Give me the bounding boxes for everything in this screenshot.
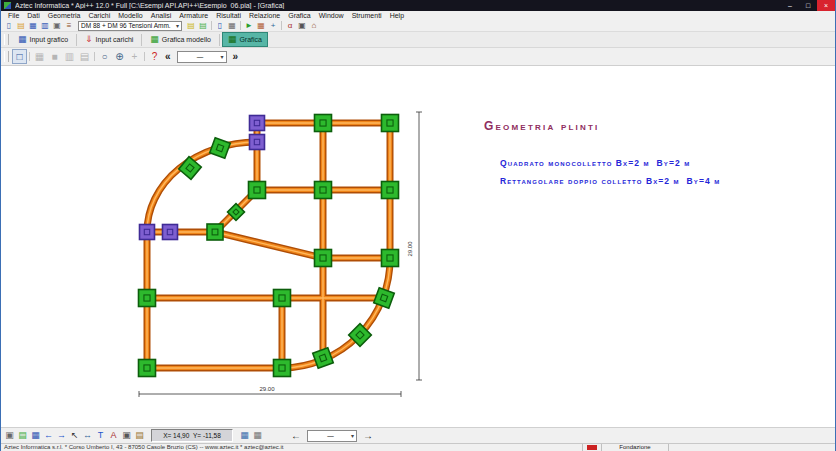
beam-segment bbox=[215, 232, 323, 258]
levels-yellow-button[interactable]: ▤ bbox=[185, 20, 197, 31]
alpha-options-button[interactable]: α bbox=[284, 20, 296, 31]
main-toolbar-left: ▯▤▦▥▣≡ bbox=[3, 20, 75, 31]
model-mesh-button[interactable]: ▦ bbox=[255, 20, 267, 31]
view-shaded-icon: ▤ bbox=[80, 52, 89, 62]
view-shaded-button: ▤ bbox=[77, 49, 92, 64]
plinth-type-2-caption: Rettangolare doppio colletto Bx=2 m By=4… bbox=[500, 176, 720, 186]
menu-item-relazione[interactable]: Relazione bbox=[245, 12, 284, 19]
application-window: Aztec Informatica * Api++ 12.0 * Full [C… bbox=[0, 0, 836, 451]
zoom-window-button[interactable]: ○ bbox=[97, 49, 112, 64]
menu-item-risultati[interactable]: Risultati bbox=[212, 12, 245, 19]
main-toolbar: ▯▤▦▥▣≡ DM 88 + DM 96 Tensioni Amm. ▾ ▤▤▯… bbox=[1, 20, 835, 32]
export-image-button[interactable]: ▤ bbox=[16, 429, 29, 442]
new-button[interactable]: ▯ bbox=[3, 20, 15, 31]
tab-grafica[interactable]: ▦Grafica bbox=[222, 32, 268, 47]
drawing-canvas[interactable]: 29.0029.00 Geometria plinti Quadrato mon… bbox=[1, 66, 835, 427]
redo-button[interactable]: → bbox=[55, 429, 68, 442]
query-button[interactable]: ? bbox=[147, 49, 162, 64]
menu-item-analisi[interactable]: Analisi bbox=[147, 12, 176, 19]
axes-button[interactable]: + bbox=[267, 20, 279, 31]
view-combo[interactable]: — ▾ bbox=[177, 51, 227, 63]
menu-item-help[interactable]: Help bbox=[386, 12, 408, 19]
print-view-button[interactable]: ▣ bbox=[3, 429, 16, 442]
font-button[interactable]: A bbox=[107, 429, 120, 442]
menu-item-file[interactable]: File bbox=[4, 12, 23, 19]
text-button[interactable]: T bbox=[94, 429, 107, 442]
measure-icon: ↔ bbox=[83, 431, 92, 440]
input-carichi-icon: ⇓ bbox=[85, 35, 93, 44]
zoom-all-button[interactable]: ⊕ bbox=[112, 49, 127, 64]
snapshot-button[interactable]: ▣ bbox=[120, 429, 133, 442]
toolbar-grip[interactable] bbox=[4, 34, 9, 45]
dimension-label-horizontal: 29.00 bbox=[259, 386, 275, 392]
tab-label: Grafica bbox=[239, 36, 262, 43]
tab-input-grafico[interactable]: ▦Input grafico bbox=[12, 32, 74, 47]
query-icon: ? bbox=[152, 52, 158, 62]
measure-button[interactable]: ↔ bbox=[81, 429, 94, 442]
menu-item-grafica[interactable]: Grafica bbox=[284, 12, 315, 19]
maximize-button[interactable]: □ bbox=[799, 0, 817, 11]
minimize-button[interactable]: – bbox=[781, 0, 799, 11]
norms-book-button[interactable]: ≡ bbox=[63, 20, 75, 31]
menu-item-carichi[interactable]: Carichi bbox=[84, 12, 114, 19]
text-icon: T bbox=[98, 431, 104, 440]
window-combo[interactable]: — ▾ bbox=[307, 430, 357, 442]
menu-item-window[interactable]: Window bbox=[315, 12, 348, 19]
plinth-green bbox=[274, 360, 291, 377]
bottom-toolbar: ▣▤▦←→↖↔TA▣▤ X= 14,90 Y= -11,58 ▦▦ ← — ▾ … bbox=[1, 427, 835, 443]
view-hidden-icon: ▥ bbox=[65, 52, 74, 62]
beam-arc bbox=[282, 258, 390, 368]
status-indicator-panel bbox=[582, 444, 601, 451]
toolbar-separator bbox=[240, 21, 241, 30]
open-button[interactable]: ▤ bbox=[15, 20, 27, 31]
data-tables-button[interactable]: ▦ bbox=[226, 20, 238, 31]
save-button[interactable]: ▦ bbox=[27, 20, 39, 31]
window-title: Aztec Informatica * Api++ 12.0 * Full [C… bbox=[15, 2, 781, 9]
view-toolbar-icons: □▦■▥▤○⊕+? bbox=[12, 49, 162, 64]
pointer-button[interactable]: ↖ bbox=[68, 429, 81, 442]
menu-item-dati[interactable]: Dati bbox=[23, 12, 43, 19]
plinth-purple bbox=[250, 116, 265, 131]
tab-input-carichi[interactable]: ⇓Input carichi bbox=[79, 32, 139, 47]
print-view-icon: ▣ bbox=[5, 431, 14, 440]
next-view-button[interactable]: » bbox=[230, 50, 242, 64]
menu-item-strumenti[interactable]: Strumenti bbox=[348, 12, 386, 19]
view-wireframe-icon: ▦ bbox=[35, 52, 44, 62]
grid-small-button[interactable]: ▦ bbox=[238, 429, 251, 442]
grid-large-button[interactable]: ▦ bbox=[251, 429, 264, 442]
plinth-green bbox=[179, 157, 202, 180]
status-bar: Aztec Informatica s.r.l. * Corso Umberto… bbox=[1, 443, 835, 451]
previous-view-button[interactable]: « bbox=[162, 50, 174, 64]
input-grafico-icon: ▦ bbox=[18, 35, 27, 44]
levels-green-button[interactable]: ▤ bbox=[197, 20, 209, 31]
undo-button[interactable]: ← bbox=[42, 429, 55, 442]
notes-button[interactable]: ▤ bbox=[133, 429, 146, 442]
plinth-purple bbox=[250, 135, 265, 150]
previous-window-button[interactable]: ← bbox=[288, 429, 304, 443]
run-analysis-button[interactable]: ► bbox=[243, 20, 255, 31]
toolbar-separator bbox=[219, 34, 220, 46]
toolbar-separator bbox=[29, 52, 30, 61]
tab-grafica-modello[interactable]: ▦Grafica modello bbox=[144, 32, 217, 47]
norms-combo[interactable]: DM 88 + DM 96 Tensioni Amm. ▾ bbox=[78, 21, 182, 31]
menu-item-armature[interactable]: Armature bbox=[175, 12, 212, 19]
plinth-green bbox=[210, 138, 231, 159]
dimension-label-vertical: 29.00 bbox=[407, 241, 413, 257]
print-drawing-button[interactable]: ▣ bbox=[296, 20, 308, 31]
copy-view-button[interactable]: ▦ bbox=[29, 429, 42, 442]
menu-item-geometria[interactable]: Geometria bbox=[44, 12, 85, 19]
close-button[interactable]: × bbox=[817, 0, 835, 11]
plinth-purple bbox=[163, 225, 178, 240]
save-all-button[interactable]: ▥ bbox=[39, 20, 51, 31]
report-button[interactable]: ▯ bbox=[214, 20, 226, 31]
next-window-button[interactable]: → bbox=[360, 429, 376, 443]
status-red-indicator bbox=[587, 445, 597, 450]
exit-button[interactable]: ⌂ bbox=[308, 20, 320, 31]
selection-window-button[interactable]: □ bbox=[12, 49, 27, 64]
pointer-icon: ↖ bbox=[71, 431, 79, 440]
toolbar-grip[interactable] bbox=[4, 51, 9, 62]
print-button[interactable]: ▣ bbox=[51, 20, 63, 31]
menu-item-modello[interactable]: Modello bbox=[114, 12, 147, 19]
tab-label: Input carichi bbox=[96, 36, 134, 43]
view-combo-value: — bbox=[180, 53, 221, 60]
